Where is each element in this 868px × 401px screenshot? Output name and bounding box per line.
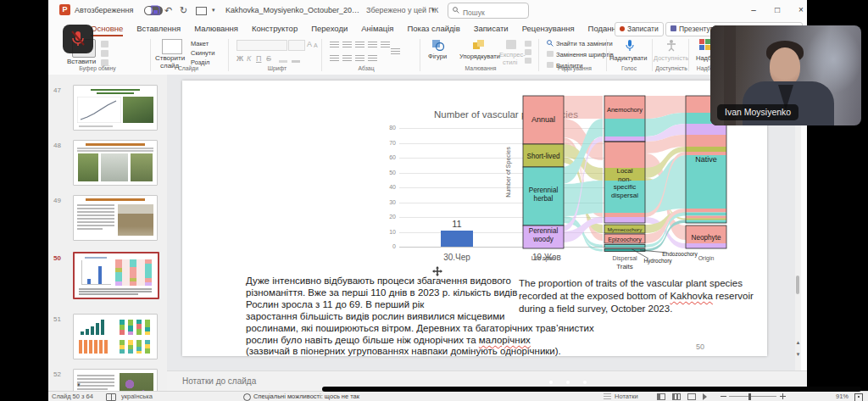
- slide-thumbnail-52[interactable]: [73, 369, 158, 391]
- redo-icon[interactable]: ↻: [180, 0, 187, 20]
- tab-animatsiya[interactable]: Анімація: [361, 20, 393, 36]
- undo-icon[interactable]: ↶: [164, 0, 172, 20]
- scrollbar-thumb[interactable]: [796, 276, 799, 294]
- cut-icon[interactable]: [101, 41, 108, 47]
- fit-to-window-icon[interactable]: [854, 393, 863, 401]
- tab-malyuvannya[interactable]: Малювання: [194, 20, 238, 36]
- replace-fonts-button[interactable]: Замінення шрифтів: [556, 51, 614, 58]
- tab-perekhody[interactable]: Переходи: [311, 20, 348, 36]
- accessibility-status[interactable]: Спеціальні можливості: щось не так: [253, 392, 359, 401]
- align-right-icon[interactable]: [355, 55, 364, 63]
- tab-konstruktor[interactable]: Конструктор: [252, 20, 298, 36]
- thumbnail-number-50: 50: [53, 254, 70, 262]
- slide-thumbnail-51[interactable]: [73, 314, 158, 359]
- paste-button[interactable]: Вставити: [67, 58, 96, 65]
- reading-view-button[interactable]: [687, 393, 696, 400]
- thumb-art: [89, 340, 92, 354]
- strikethrough-button[interactable]: S: [266, 53, 271, 64]
- slide-body-text[interactable]: Дуже інтенсивно відбувають процеси збага…: [246, 276, 551, 358]
- spellcheck-book-icon[interactable]: [106, 393, 116, 401]
- align-center-icon[interactable]: [342, 55, 352, 63]
- bar-30.Чер[interactable]: [441, 231, 473, 247]
- microphone-muted-indicator[interactable]: [63, 25, 93, 53]
- slide-thumbnail-49[interactable]: [73, 195, 158, 241]
- maximize-button[interactable]: □: [767, 0, 787, 20]
- font-name-input[interactable]: [236, 40, 287, 51]
- align-left-icon[interactable]: [330, 55, 339, 63]
- tab-vstavlennya[interactable]: Вставлення: [136, 20, 181, 36]
- slideshow-icon[interactable]: [196, 7, 207, 15]
- minimize-button[interactable]: –: [743, 0, 764, 20]
- saved-status[interactable]: Збережено у цей ПК: [366, 0, 438, 20]
- highlight-color-icon[interactable]: [279, 60, 287, 63]
- dictate-button[interactable]: Надиктувати: [609, 54, 647, 62]
- shape-outline-icon[interactable]: [525, 49, 531, 55]
- arrange-button[interactable]: Упорядкувати: [459, 53, 500, 60]
- new-slide-icon: [162, 39, 182, 54]
- normal-view-button[interactable]: [657, 393, 665, 400]
- indent-decrease-icon[interactable]: [355, 42, 364, 49]
- thumb-art: [120, 340, 125, 354]
- slide-thumbnail-47[interactable]: [73, 85, 158, 131]
- thumb-scroll-down-icon[interactable]: ▾: [77, 382, 81, 388]
- language-indicator[interactable]: українська: [121, 392, 153, 401]
- addins-button[interactable]: Надб: [696, 54, 711, 62]
- zoom-out-icon[interactable]: [721, 396, 726, 397]
- thumb-art: [77, 225, 114, 226]
- zoom-slider-thumb[interactable]: [748, 393, 751, 400]
- underline-button[interactable]: П: [256, 53, 261, 64]
- new-slide-button[interactable]: Створити: [155, 54, 185, 62]
- reset-button[interactable]: Скинути: [191, 49, 214, 57]
- find-replace-button[interactable]: Знайти та замінити: [556, 40, 613, 47]
- zoom-slider-track[interactable]: [729, 396, 776, 397]
- next-slide-button[interactable]: ▾: [795, 351, 801, 358]
- indent-increase-icon[interactable]: [368, 42, 377, 49]
- shape-effects-icon[interactable]: [525, 58, 531, 64]
- node-label-perennial-woody: Perennial: [529, 227, 559, 235]
- tab-pokaz-slaidiv[interactable]: Показ слайдів: [407, 20, 459, 36]
- slide-caption-text[interactable]: The proportion of traits of the vascular…: [519, 277, 760, 316]
- thumb-photo: [101, 153, 128, 181]
- slide-thumbnail-48[interactable]: [73, 140, 158, 186]
- slideshow-view-button[interactable]: [703, 393, 707, 400]
- bold-button[interactable]: Ж: [236, 53, 243, 64]
- shapes-button[interactable]: Фігури: [428, 53, 447, 60]
- previous-slide-button[interactable]: ▴: [795, 339, 801, 346]
- grow-font-icon[interactable]: A: [307, 38, 312, 50]
- zoom-percentage[interactable]: 91%: [836, 392, 849, 401]
- thumb-photo: [118, 204, 153, 236]
- record-button[interactable]: Записати: [615, 22, 664, 36]
- participant-video-tile[interactable]: Ivan Moysiyenko: [710, 25, 861, 125]
- accessibility-button[interactable]: Доступність: [654, 54, 688, 62]
- slide-thumbnail-50-selected[interactable]: [73, 252, 159, 299]
- shape-fill-icon[interactable]: [525, 41, 531, 47]
- bullets-icon[interactable]: [330, 42, 339, 49]
- thumb-art: [79, 340, 82, 354]
- slide-canvas[interactable]: Number of vascular plant species 0102030…: [182, 81, 767, 356]
- node-label-native: Native: [695, 155, 717, 164]
- font-color-icon[interactable]: [292, 60, 300, 63]
- quick-access-dropdown-icon[interactable]: ▾: [212, 0, 215, 20]
- text-line: рослинами, які поширюються вітром. Дерев…: [246, 323, 551, 335]
- line-spacing-icon[interactable]: [381, 42, 390, 49]
- thumb-photo: [120, 373, 153, 391]
- slide-sorter-view-button[interactable]: [672, 393, 681, 400]
- text-direction-icon[interactable]: [391, 48, 400, 56]
- italic-button[interactable]: К: [247, 53, 251, 64]
- copy-icon[interactable]: [101, 50, 108, 57]
- tab-zapysaty[interactable]: Записати: [474, 20, 509, 36]
- thumbnail-number-47: 47: [53, 86, 70, 94]
- font-size-input[interactable]: [288, 40, 305, 51]
- thumb-art: [145, 340, 150, 354]
- search-input[interactable]: Пошук: [448, 3, 529, 19]
- powerpoint-logo-icon[interactable]: P: [59, 4, 70, 15]
- notes-toggle-button[interactable]: Нотатки: [615, 392, 638, 401]
- quick-styles-button[interactable]: Експрес-: [499, 51, 526, 58]
- numbering-icon[interactable]: [342, 42, 352, 49]
- save-icon[interactable]: [151, 5, 160, 15]
- shrink-font-icon[interactable]: A: [314, 40, 318, 52]
- justify-icon[interactable]: [368, 55, 377, 63]
- tab-osnovne[interactable]: Основне: [91, 20, 123, 36]
- tab-retsenzuvannya[interactable]: Рецензування: [522, 20, 575, 36]
- layout-button[interactable]: Макет: [191, 40, 209, 47]
